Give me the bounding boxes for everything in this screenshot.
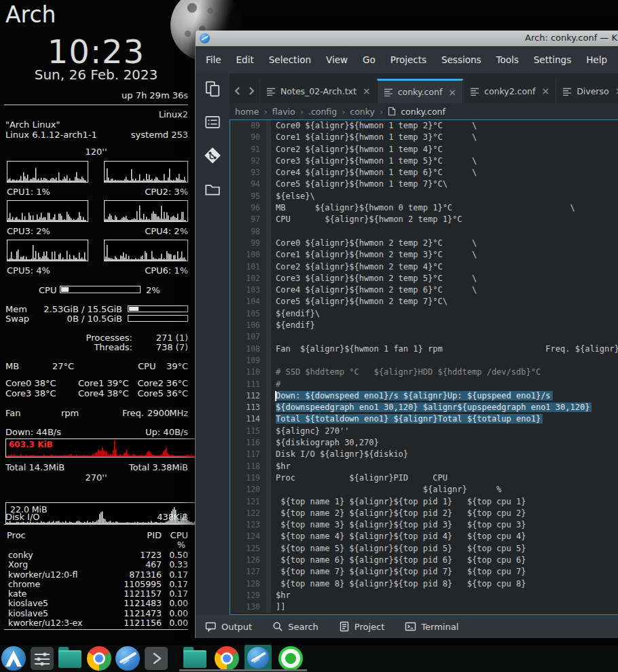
tool-label: Terminal — [421, 622, 458, 632]
menu-file[interactable]: File — [198, 54, 229, 65]
menu-selection[interactable]: Selection — [261, 54, 319, 65]
editor-view[interactable]: 89Core0 ${alignr}${hwmon 1 temp 2}°C \90… — [230, 119, 618, 615]
terminal-tool-button[interactable]: Terminal — [405, 621, 458, 632]
menu-projects[interactable]: Projects — [383, 54, 434, 65]
left-sidebar — [196, 73, 230, 615]
fold-margin — [266, 379, 271, 390]
net-up-rate: Up: 40B/s — [145, 427, 188, 437]
line-number: 114 — [230, 413, 266, 425]
kate-app-icon — [200, 33, 210, 43]
project-tool-button[interactable]: Project — [339, 621, 384, 632]
code-line: 107 — [230, 331, 618, 343]
terminal-icon — [405, 621, 416, 632]
process-cpu: 0.00 — [169, 598, 188, 608]
fold-margin — [266, 120, 271, 132]
tab-Diverso[interactable]: Diverso× — [556, 79, 618, 103]
code-line: 113${downspeedgraph eno1 30,120} $alignr… — [230, 402, 618, 413]
clock: 10:23 — [0, 33, 192, 71]
settings-sliders-icon[interactable] — [30, 646, 54, 671]
kate-window[interactable]: Arch: conky.conf — K FileEditSelectionVi… — [195, 31, 618, 638]
code-text: ${top name 7} ${alignr}${top pid 7} ${to… — [271, 566, 618, 578]
process-name: kioslave5 — [8, 608, 48, 618]
arch-menu-icon[interactable] — [1, 646, 26, 671]
git-icon[interactable] — [204, 147, 221, 167]
task-indicator — [240, 669, 276, 671]
breadcrumb-item[interactable]: home — [235, 107, 259, 117]
code-line: 91Core2 ${alignr}${hwmon 1 temp 4}°C — [230, 144, 618, 155]
breadcrumb-item[interactable]: .config — [308, 107, 337, 117]
window-titlebar[interactable]: Arch: conky.conf — K — [196, 31, 618, 46]
menu-settings[interactable]: Settings — [526, 54, 579, 65]
tab-close-icon[interactable]: × — [448, 87, 456, 98]
process-row: kioslave511214830.00 — [0, 598, 192, 608]
tab-next-icon[interactable] — [247, 86, 255, 96]
proc-header-cpu: CPU — [170, 530, 188, 540]
task-whatsapp[interactable] — [278, 646, 303, 671]
line-number: 90 — [230, 132, 266, 143]
disk-graph-period: 270'' — [0, 472, 192, 483]
filesystem-folder-icon[interactable] — [204, 181, 221, 201]
core-temps-row: Core3 38°C Core4 38°C Core5 36°C — [0, 388, 192, 398]
tool-label: Project — [355, 622, 384, 632]
task-chrome[interactable] — [215, 646, 239, 671]
code-line: 130]] — [230, 601, 618, 613]
breadcrumb-item[interactable]: conky — [350, 107, 375, 117]
freq-unit: MHz — [169, 408, 188, 418]
tab-conky.conf[interactable]: conky.conf× — [377, 79, 463, 103]
fold-margin — [266, 132, 271, 143]
sparkline — [7, 242, 86, 261]
line-number: 127 — [230, 566, 266, 578]
menu-edit[interactable]: Edit — [229, 54, 261, 65]
menu-view[interactable]: View — [319, 54, 355, 65]
fold-margin — [266, 273, 271, 284]
tab-close-icon[interactable]: × — [615, 86, 618, 96]
tab-conky2.conf[interactable]: conky2.conf× — [463, 79, 556, 103]
core-temp: Core4 38°C — [78, 388, 129, 398]
file-manager-icon[interactable] — [58, 646, 83, 671]
code-line: 125 ${top name 5} ${alignr}${top pid 5} … — [230, 543, 618, 555]
line-number: 103 — [230, 284, 266, 296]
tab-Notes_02-Arch.txt[interactable]: Notes_02-Arch.txt× — [259, 79, 377, 103]
swap-value: 0B / 10.5GiB — [67, 314, 122, 324]
tab-close-icon[interactable]: × — [363, 86, 371, 96]
breadcrumb-item[interactable]: flavio — [272, 107, 295, 117]
tab-close-icon[interactable]: × — [541, 86, 549, 96]
disk-peak-label: 22.0 MiB — [10, 504, 48, 515]
menu-go[interactable]: Go — [355, 54, 383, 65]
line-number: 89 — [230, 120, 266, 132]
fold-margin — [266, 296, 271, 307]
code-text — [271, 226, 618, 238]
process-row: kworker/u12:0-fl8713160.17 — [0, 570, 192, 579]
task-file-manager[interactable] — [183, 646, 208, 671]
line-number: 101 — [230, 261, 266, 273]
task-indicator — [211, 669, 243, 671]
sparkline — [105, 242, 186, 261]
menu-tools[interactable]: Tools — [489, 54, 526, 65]
code-text: Core5 ${alignr}${hwmon 2 temp 7}°C\ — [271, 296, 618, 307]
code-text: ${downspeedgraph eno1 30,120} $alignr${u… — [271, 402, 618, 413]
menu-help[interactable]: Help — [579, 54, 615, 65]
code-line: 126 ${top name 6} ${alignr}${top pid 6} … — [230, 555, 618, 566]
code-line: 112Down: ${downspeed eno1}/s ${alignr}Up… — [230, 390, 618, 402]
fold-margin — [266, 179, 271, 190]
code-text: # — [271, 379, 618, 390]
chrome-icon[interactable] — [87, 646, 111, 671]
code-text: Core1 ${alignr}${hwmon 2 temp 3}°C \ — [271, 249, 618, 261]
process-pid: 1121157 — [124, 589, 162, 599]
kate-icon[interactable] — [115, 646, 140, 671]
search-tool-button[interactable]: Search — [272, 621, 319, 632]
documents-icon[interactable] — [204, 80, 221, 100]
tab-prev-icon[interactable] — [234, 86, 242, 96]
breadcrumb-item[interactable]: conky.conf — [401, 107, 446, 117]
output-tool-button[interactable]: Output — [205, 621, 252, 632]
list-view-icon[interactable] — [204, 114, 221, 133]
swap-progress-bar — [128, 315, 188, 322]
fold-margin — [266, 519, 271, 531]
code-text: Core3 ${alignr}${hwmon 1 temp 5}°C \ — [271, 155, 618, 167]
menu-sessions[interactable]: Sessions — [434, 54, 489, 65]
line-number: 107 — [230, 331, 266, 343]
task-kate[interactable] — [244, 645, 272, 671]
code-text: ]] — [271, 601, 618, 613]
show-desktop-arrow-icon[interactable] — [144, 646, 168, 671]
code-line: 95${else}\ — [230, 191, 618, 202]
